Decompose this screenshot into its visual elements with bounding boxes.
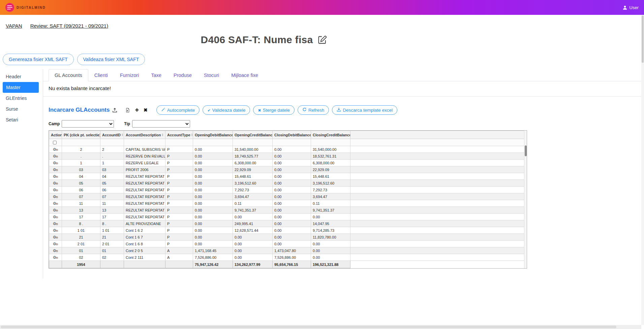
pk-cell[interactable]: 1 — [62, 160, 100, 166]
breadcrumb-link-vapan[interactable]: VAPAN — [6, 23, 22, 29]
table-row[interactable]: ⚙⚙22CAPITAL SUBSCRIS VARSATP0.0031,540,0… — [49, 146, 524, 153]
page-vertical-scrollbar[interactable] — [641, 15, 644, 325]
col-header-accountdescription[interactable]: AccountDescription▲▼ — [124, 131, 165, 139]
tab-stocuri[interactable]: Stocuri — [198, 69, 225, 81]
table-row[interactable]: ⚙⚙1111REZULTAT REPORTAT 2014P0.000.110.0… — [49, 200, 524, 207]
table-row[interactable]: ⚙⚙0202Cont 2 111A7,526,886.000.007,526,8… — [49, 254, 524, 261]
sort-icon[interactable]: ▲▼ — [191, 133, 193, 137]
table-row[interactable]: ⚙⚙0303PROFIT 2006P0.0022,929.090.0022,92… — [49, 166, 524, 173]
sidebar-item-setari[interactable]: Setari — [0, 114, 43, 125]
pk-cell[interactable]: 03 — [62, 166, 100, 173]
sidebar-item-surse[interactable]: Surse — [0, 104, 43, 114]
row-actions-icon[interactable]: ⚙⚙ — [53, 154, 58, 159]
row-actions-icon[interactable]: ⚙⚙ — [53, 255, 58, 260]
tab-mijloace-fixe[interactable]: Mijloace fixe — [225, 69, 264, 81]
row-actions-icon[interactable]: ⚙⚙ — [53, 221, 58, 226]
col-header-openingdebitbalance[interactable]: OpeningDebitBalance▲▼ — [193, 131, 233, 139]
camp-select[interactable] — [62, 120, 114, 128]
table-row[interactable]: ⚙⚙11REZERVE LEGALEP0.006,308,000.000.006… — [49, 160, 524, 166]
sort-icon[interactable]: ▲▼ — [121, 133, 123, 137]
page-horizontal-scrollbar-thumb[interactable] — [1, 326, 616, 328]
pk-cell[interactable]: 07 — [62, 193, 100, 200]
col-header-openingcreditbalance[interactable]: OpeningCreditBalance▲▼ — [233, 131, 273, 139]
table-row[interactable]: ⚙⚙0606REZULTAT REPORTAT 2009P0.007,292.7… — [49, 187, 524, 193]
table-row[interactable]: ⚙⚙0707REZULTAT REPORTAT 2010P0.003,694.4… — [49, 193, 524, 200]
page-horizontal-scrollbar[interactable] — [0, 325, 641, 329]
autocomplete-button[interactable]: Autocomplete — [156, 105, 200, 115]
col-header-closingdebitbalance[interactable]: ClosingDebitBalance▲▼ — [273, 131, 311, 139]
table-row[interactable]: ⚙⚙2 012 01Cont 1 6 8P0.000.000.000.00 — [49, 241, 524, 247]
edit-icon[interactable] — [318, 35, 327, 45]
select-all-checkbox[interactable] — [53, 141, 57, 144]
table-scrollbar-thumb[interactable] — [525, 145, 527, 156]
descarca-template-excel-button[interactable]: Descarca template excel — [332, 105, 397, 115]
pk-cell[interactable]: 05 — [62, 180, 100, 187]
pk-cell[interactable]: 1 01 — [62, 227, 100, 234]
table-row[interactable]: ⚙⚙8 .8 .ALTE PROVIZIOANEP0.00249,995.410… — [49, 220, 524, 227]
pk-cell[interactable]: 2 01 — [62, 241, 100, 247]
sort-icon[interactable]: ▲▼ — [162, 133, 164, 137]
upload-icon[interactable] — [112, 108, 117, 113]
col-header-accountid[interactable]: AccountID▲▼ — [100, 131, 124, 139]
row-actions-icon[interactable]: ⚙⚙ — [53, 188, 58, 192]
sidebar-item-header[interactable]: Header — [0, 71, 43, 82]
row-actions-icon[interactable]: ⚙⚙ — [53, 161, 58, 165]
table-row[interactable]: ⚙⚙2121Cont 1 6 7P0.000.000.0011,820,780.… — [49, 234, 524, 241]
tab-produse[interactable]: Produse — [167, 69, 198, 81]
valideaza-datele-button[interactable]: ✔Valideaza datele — [203, 105, 250, 115]
row-actions-icon[interactable]: ⚙⚙ — [53, 228, 58, 233]
genereaza-fisier-xml-saft-button[interactable]: Genereaza fisier XML SAFT — [3, 54, 74, 65]
pk-cell[interactable]: 17 — [62, 214, 100, 220]
row-actions-icon[interactable]: ⚙⚙ — [53, 181, 58, 186]
pk-cell[interactable]: 8 . — [62, 220, 100, 227]
pk-cell[interactable]: 04 — [62, 173, 100, 180]
row-actions-icon[interactable]: ⚙⚙ — [53, 235, 58, 240]
pk-cell[interactable]: 2 — [62, 146, 100, 153]
row-actions-icon[interactable]: ⚙⚙ — [53, 242, 58, 246]
col-header-closingcreditbalance[interactable]: ClosingCreditBalance▲▼ — [311, 131, 350, 139]
pk-cell[interactable]: 11 — [62, 200, 100, 207]
pk-cell[interactable]: 06 — [62, 187, 100, 193]
row-actions-icon[interactable]: ⚙⚙ — [53, 248, 58, 253]
col-header-accounttype[interactable]: AccountType▲▼ — [165, 131, 193, 139]
row-actions-icon[interactable]: ⚙⚙ — [53, 208, 58, 213]
type-cell: A — [165, 247, 193, 254]
pk-cell[interactable]: . — [62, 153, 100, 160]
table-row[interactable]: ⚙⚙1 011 01Cont 1 6 2P0.0012,628,571.440.… — [49, 227, 524, 234]
tab-gl-accounts[interactable]: GL Accounts — [49, 69, 88, 81]
table-row[interactable]: ⚙⚙0101Cont 2 0 5A1,471,168.450.001,473,0… — [49, 247, 524, 254]
page-vertical-scrollbar-thumb[interactable] — [642, 16, 644, 63]
pk-cell[interactable]: 21 — [62, 234, 100, 241]
pk-cell[interactable]: 13 — [62, 207, 100, 214]
pk-cell[interactable]: 01 — [62, 247, 100, 254]
col-header-pk-click-pt-selectie[interactable]: PK (click pt. selectie)▲▼ — [62, 131, 100, 139]
breadcrumb-link-review-saft-09-2021-09-2021[interactable]: Review: SAFT (09/2021 - 09/2021) — [30, 23, 109, 29]
table-row[interactable]: ⚙⚙0404REZULTAT REPORTAT 2007P0.0015,448.… — [49, 173, 524, 180]
col-header-action[interactable]: Action — [49, 131, 62, 139]
table-row[interactable]: ⚙⚙1313REZULTAT REPORTAT 2016P0.009,741,3… — [49, 207, 524, 214]
row-actions-icon[interactable]: ⚙⚙ — [53, 194, 58, 199]
tab-clienti[interactable]: Clienti — [88, 69, 114, 81]
refresh-button[interactable]: Refresh — [298, 105, 329, 115]
sidebar-item-master[interactable]: Master — [3, 82, 39, 93]
row-actions-icon[interactable]: ⚙⚙ — [53, 167, 58, 172]
table-row[interactable]: ⚙⚙0505REZULTAT REPORTAT 2008P0.003,196,5… — [49, 180, 524, 187]
table-scrollbar[interactable] — [524, 131, 527, 268]
valideaza-fisier-xml-saft-button[interactable]: Valideaza fisier XML SAFT — [77, 54, 145, 65]
user-menu[interactable]: User — [622, 5, 639, 10]
clear-icon[interactable]: ✖ — [144, 108, 148, 112]
tab-taxe[interactable]: Taxe — [145, 69, 167, 81]
tip-select[interactable] — [132, 120, 190, 128]
row-actions-icon[interactable]: ⚙⚙ — [53, 201, 58, 206]
table-row[interactable]: ⚙⚙1717REZULTAT REPORTAT 2020P0.000.000.0… — [49, 214, 524, 220]
pk-cell[interactable]: 02 — [62, 254, 100, 261]
table-row[interactable]: ⚙⚙..REZERVE DIN REVALUAREP0.0018,749,525… — [49, 153, 524, 160]
sterge-datele-button[interactable]: ✖Sterge datele — [253, 105, 295, 115]
row-actions-icon[interactable]: ⚙⚙ — [53, 174, 58, 179]
add-icon[interactable]: + — [135, 107, 139, 113]
row-actions-icon[interactable]: ⚙⚙ — [53, 147, 58, 152]
sidebar-item-glentries[interactable]: GLEntries — [0, 93, 43, 104]
excel-file-icon[interactable] — [125, 108, 130, 113]
tab-furnizori[interactable]: Furnizori — [114, 69, 145, 81]
row-actions-icon[interactable]: ⚙⚙ — [53, 215, 58, 219]
